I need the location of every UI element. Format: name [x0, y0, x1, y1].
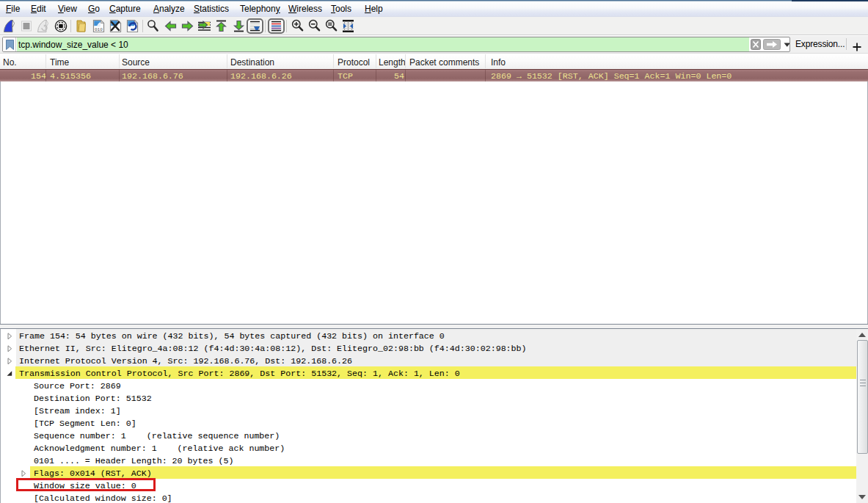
svg-text:010: 010	[95, 27, 103, 32]
